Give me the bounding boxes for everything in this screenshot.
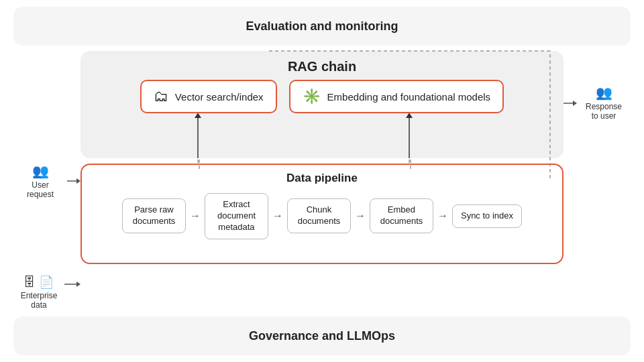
user-icon: 👥	[32, 163, 49, 179]
arrow-3: →	[355, 210, 366, 222]
vector-chip: 🗂 Vector search/index	[140, 80, 277, 113]
response-area: 👥 Response to user	[577, 51, 631, 311]
enterprise-label: Enterprise data	[21, 291, 58, 310]
response-arrow	[564, 98, 577, 109]
gov-label: Governance and LLMOps	[249, 329, 395, 343]
response-icon: 👥	[596, 84, 612, 101]
step-parse-label: Parse raw documents	[133, 204, 176, 226]
step-sync: Sync to index	[452, 204, 522, 228]
gov-box: Governance and LLMOps	[13, 316, 631, 355]
eval-box: Evaluation and monitoring	[13, 7, 631, 46]
user-arrow	[67, 176, 80, 186]
response-label: Response to user	[586, 102, 622, 121]
embedding-icon: ✳️	[303, 88, 321, 105]
diagram: Evaluation and monitoring 👥 User request…	[13, 7, 631, 355]
rag-title: RAG chain	[288, 59, 356, 74]
pipeline-steps: Parse raw documents → Extract document m…	[110, 193, 534, 239]
step-embed-label: Embed documents	[380, 204, 423, 226]
rag-chips-container: 🗂 Vector search/index ✳️ Embedding and f…	[80, 80, 564, 113]
arrow-1: →	[190, 210, 201, 222]
step-chunk: Chunk documents	[287, 198, 351, 233]
step-extract-label: Extract document metadata	[217, 199, 256, 232]
enterprise-icon: 🗄 📄	[23, 275, 54, 290]
embedding-label: Embedding and foundational models	[327, 91, 491, 103]
pipeline-title: Data pipeline	[286, 172, 358, 185]
enterprise-arrow-container	[64, 279, 80, 290]
vector-icon: 🗂	[154, 88, 168, 105]
svg-marker-15	[76, 282, 80, 287]
step-chunk-label: Chunk documents	[298, 204, 341, 226]
enterprise-arrow	[64, 279, 80, 290]
vector-label: Vector search/index	[175, 91, 264, 103]
svg-marker-6	[406, 113, 413, 118]
arrow-2: →	[272, 210, 283, 222]
step-sync-label: Sync to index	[461, 210, 513, 221]
step-embed: Embed documents	[370, 198, 433, 233]
pipeline-section: Data pipeline Parse raw documents → Extr…	[80, 164, 564, 264]
svg-marker-3	[195, 113, 201, 118]
enterprise-area: 🗄 📄 Enterprise data	[13, 275, 64, 310]
arrow-4: →	[437, 210, 448, 222]
rag-section: RAG chain 🗂 Vect	[80, 51, 564, 158]
eval-label: Evaluation and monitoring	[246, 19, 398, 34]
step-extract: Extract document metadata	[205, 193, 268, 239]
user-request-label: User request	[27, 180, 54, 199]
embedding-chip: ✳️ Embedding and foundational models	[289, 80, 504, 113]
user-request-area: 👥 User request	[13, 51, 67, 311]
step-parse: Parse raw documents	[122, 198, 186, 233]
